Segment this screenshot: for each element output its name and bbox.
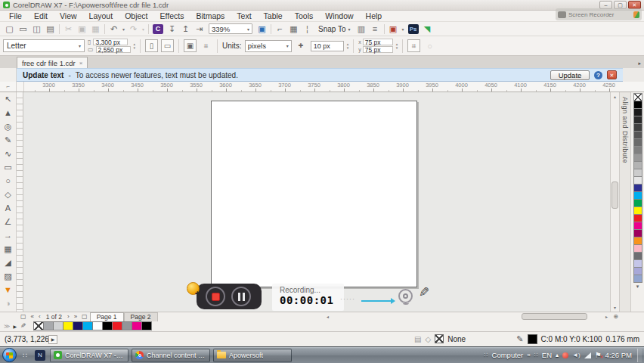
menu-item[interactable]: Text [231, 11, 257, 21]
last-page-icon[interactable]: » [72, 313, 79, 320]
nudge-spinner[interactable]: ▴▾ [347, 42, 349, 50]
copy-icon[interactable]: ▣ [76, 23, 88, 35]
pinned-app-icon[interactable]: N [35, 350, 45, 361]
redo-dropdown-icon[interactable]: ▾ [141, 23, 146, 35]
portrait-button[interactable]: ▯ [145, 39, 158, 52]
add-page-icon[interactable]: ▢ [18, 313, 29, 320]
color-swatch[interactable] [73, 321, 83, 330]
color-swatch[interactable] [82, 321, 93, 330]
save-icon[interactable]: ◫ [30, 23, 43, 35]
export-icon[interactable]: ↥ [179, 23, 192, 35]
document-page[interactable] [211, 101, 417, 287]
color-swatch[interactable] [122, 321, 132, 330]
menu-item[interactable]: Effects [153, 11, 190, 21]
all-pages-button[interactable]: ▣ [184, 39, 197, 52]
options-icon[interactable]: ▥ [355, 23, 368, 35]
color-swatch[interactable] [132, 321, 142, 330]
taskbar-button-chrome[interactable]: Channel content - Y... [132, 349, 210, 362]
landscape-button[interactable]: ▭ [161, 39, 174, 52]
current-page-button[interactable]: ⌗ [200, 39, 212, 52]
document-tab[interactable]: free cdr file 1.cdr × [17, 57, 88, 68]
taskbar-button-apowersoft[interactable]: Apowersoft [213, 349, 292, 362]
page-height-field[interactable]: 2,550 px [96, 46, 131, 53]
coordinates-flyout-icon[interactable]: ▶ [48, 335, 57, 344]
scroll-right-icon[interactable]: ▸ [604, 314, 609, 319]
paste-icon[interactable]: ▦ [89, 23, 102, 35]
add-page-icon[interactable]: ▢ [79, 313, 90, 320]
coreldraw-app-icon[interactable]: ◥ [421, 23, 434, 35]
ruler-origin-icon[interactable]: ⌐ [0, 82, 17, 92]
color-swatch[interactable] [53, 321, 63, 330]
drawing-canvas[interactable] [23, 92, 610, 312]
fullscreen-preview-icon[interactable]: ▣ [255, 23, 268, 35]
freehand-tool[interactable]: ✎ [0, 133, 16, 147]
treat-as-filled-button[interactable]: ⌗ [407, 39, 420, 52]
print-icon[interactable]: ▤ [44, 23, 57, 35]
chevron-icon[interactable]: » [527, 352, 530, 358]
cut-icon[interactable]: ✂ [62, 23, 75, 35]
menu-item[interactable]: Object [119, 11, 153, 21]
color-swatch[interactable] [633, 275, 642, 283]
connector-tool[interactable]: → [0, 228, 16, 242]
update-button[interactable]: Update [550, 70, 590, 80]
language-indicator[interactable]: EN [542, 351, 552, 359]
banner-close-icon[interactable]: ✕ [607, 70, 617, 79]
show-hidden-icons-icon[interactable]: ▴ [556, 352, 559, 358]
menu-item[interactable]: Table [258, 11, 289, 21]
show-guidelines-icon[interactable]: ¦ [301, 23, 314, 35]
palette-flyout-icon[interactable]: ▶ [11, 324, 18, 329]
ellipse-tool[interactable]: ○ [0, 174, 16, 188]
taskbar-button-coreldraw[interactable]: CorelDRAW X7 - F:\A... [50, 349, 128, 362]
next-page-icon[interactable]: › [65, 313, 72, 320]
tab-close-icon[interactable]: × [79, 60, 83, 67]
vertical-scroll-thumb[interactable] [611, 182, 618, 209]
annotate-pencil-icon[interactable]: ✎ [419, 284, 429, 300]
previous-page-icon[interactable]: ‹ [36, 313, 43, 320]
eyedropper-tool[interactable]: ▼ [0, 283, 16, 296]
sliders-icon[interactable]: ≡ [369, 23, 382, 35]
color-swatch[interactable] [141, 321, 152, 330]
nudge-distance-field[interactable]: 10 px [311, 41, 344, 51]
duplicate-x-field[interactable]: 75 px [363, 39, 393, 45]
computer-toolbar[interactable]: Computer [492, 351, 524, 359]
search-content-icon[interactable]: C [153, 24, 163, 34]
color-swatch[interactable] [33, 321, 44, 330]
horizontal-scrollbar[interactable]: ◂ ▸ [325, 312, 609, 321]
import-icon[interactable]: ↧ [166, 23, 178, 35]
launcher-dropdown-icon[interactable]: ▾ [401, 23, 406, 35]
pause-recording-button[interactable] [231, 287, 251, 306]
shape-tool[interactable]: ▲ [0, 106, 16, 119]
duplicate-spinner[interactable]: ▴▾ [396, 42, 398, 50]
zoom-tool[interactable]: ◎ [0, 119, 16, 133]
show-rulers-icon[interactable]: ⌐ [274, 23, 286, 35]
rectangle-tool[interactable]: ▭ [0, 160, 16, 174]
docker-tab-align-distribute[interactable]: Align and Distribute [621, 92, 629, 163]
eyedropper-icon[interactable]: ✎ [18, 322, 29, 330]
transparency-tool[interactable]: ▨ [0, 269, 16, 283]
menu-item[interactable]: Layout [83, 11, 119, 21]
pinned-grid-icon[interactable]: ∷ [20, 349, 30, 361]
photoshop-icon[interactable]: Ps [408, 24, 419, 34]
tab-scroll-right-icon[interactable]: ▸ [638, 60, 641, 67]
scroll-left-icon[interactable]: ◂ [325, 314, 330, 319]
recorder-tray-icon[interactable] [562, 352, 568, 358]
undo-dropdown-icon[interactable]: ▾ [121, 23, 126, 35]
duplicate-y-field[interactable]: 75 px [363, 46, 393, 53]
menu-item[interactable]: View [54, 11, 83, 21]
menu-item[interactable]: Help [360, 11, 389, 21]
scroll-up-icon[interactable]: ▴ [611, 94, 619, 99]
toolbox-overflow-icon[interactable]: ≫ [2, 323, 11, 330]
drop-shadow-tool[interactable]: ◢ [0, 256, 16, 269]
webcam-toggle-icon[interactable] [398, 289, 413, 303]
text-tool[interactable]: A [0, 201, 16, 215]
launcher-icon[interactable]: ▣ [387, 23, 400, 35]
page-tab[interactable]: Page 1 [90, 312, 124, 321]
page-size-spinner[interactable]: ▴▾ [134, 42, 136, 50]
page-width-field[interactable]: 3,300 px [93, 39, 128, 45]
show-grid-icon[interactable]: ▦ [287, 23, 300, 35]
polygon-tool[interactable]: ◇ [0, 188, 16, 201]
color-swatch[interactable] [92, 321, 103, 330]
start-button[interactable] [2, 348, 17, 362]
pick-tool[interactable]: ↖ [0, 92, 16, 106]
new-document-icon[interactable]: ▢ [3, 23, 16, 35]
